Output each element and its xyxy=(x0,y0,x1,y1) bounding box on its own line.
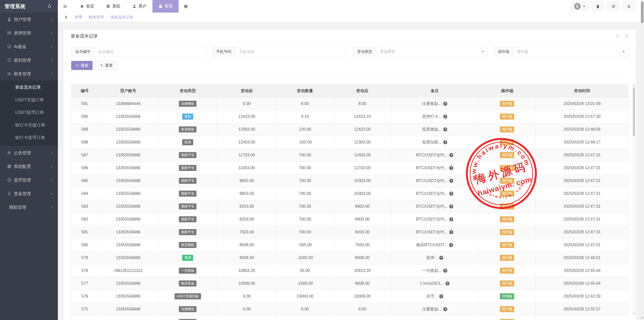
scroll-down-icon[interactable]: ▼ xyxy=(641,317,643,319)
sidebar-item-notice[interactable]: 公告管理 xyxy=(0,146,58,160)
table-scrollbar[interactable]: ▲ ▼ xyxy=(632,83,635,315)
remark-text: 投票奖励... xyxy=(422,127,441,132)
search-button-label: 搜索 xyxy=(81,63,88,68)
phone-input[interactable] xyxy=(239,49,343,54)
page-scrollbar-thumb[interactable] xyxy=(641,2,643,23)
cell-operator: 用户端 xyxy=(478,174,536,187)
brand: 管理系统 xyxy=(0,0,58,13)
tab-manage[interactable]: 管理 xyxy=(152,0,179,13)
type-badge: 注册赠送 xyxy=(179,306,196,312)
type-badge: 期权平仓 xyxy=(179,319,196,320)
chevron-down-icon xyxy=(583,6,585,8)
type-badge: 期权平仓 xyxy=(179,178,196,184)
help-icon[interactable]: ? xyxy=(439,256,443,260)
cell-operator: 用户端 xyxy=(478,149,536,162)
chevron-left-icon xyxy=(50,179,53,182)
page-title: 资金流水记录 xyxy=(71,33,98,39)
sidebar-item-ai-fund[interactable]: AI基金 xyxy=(0,40,58,53)
cell-no: 578 xyxy=(71,264,98,277)
fund-flow-table: 编号用户账号变动类型变动前变动数量变动后备注操作端变动时间 5911336666… xyxy=(71,84,628,320)
hamburger-icon xyxy=(63,4,67,9)
cell-amount: 700.00 xyxy=(276,162,334,174)
sidebar-subitem-bank-withdraw[interactable]: 银行卡提币订单 xyxy=(0,131,58,144)
user-menu-button[interactable]: E xyxy=(571,2,588,11)
tab-system[interactable]: 系统 xyxy=(100,0,126,13)
clear-cache-button[interactable] xyxy=(592,2,604,11)
help-icon[interactable]: ? xyxy=(443,102,447,106)
cell-after: 10913.20 xyxy=(334,264,391,277)
sidebar-subitem-usdt-recharge[interactable]: USDT充值订单 xyxy=(0,94,58,106)
reset-button[interactable]: 重置 xyxy=(96,61,117,70)
help-icon[interactable]: ? xyxy=(449,166,453,170)
help-icon[interactable]: ? xyxy=(449,230,453,234)
help-icon[interactable]: ? xyxy=(446,281,450,286)
open-external-button[interactable] xyxy=(607,2,619,11)
sidebar-item-options[interactable]: 期权管理 xyxy=(0,200,58,214)
cell-before: 63882.98 xyxy=(217,316,276,320)
cell-time: 2025/03/28 12:32:37 xyxy=(536,303,628,316)
help-icon[interactable]: ? xyxy=(443,115,447,119)
cell-amount: 700.00 xyxy=(276,226,334,239)
tab-home[interactable]: 首页 xyxy=(74,0,100,13)
help-icon[interactable]: ? xyxy=(449,204,453,208)
cell-time: 2025/03/28 12:48:17 xyxy=(536,136,628,149)
cell-after: 8008.00 xyxy=(334,252,391,264)
select-placeholder: 变动类型 xyxy=(380,49,395,54)
menu-list-button[interactable] xyxy=(623,2,635,11)
scroll-down-icon[interactable]: ▼ xyxy=(633,312,635,315)
cell-account: 13900000004 xyxy=(98,316,158,320)
breadcrumb-link[interactable]: 管理 xyxy=(74,15,82,20)
help-icon[interactable]: ? xyxy=(443,307,447,311)
table-scrollbar-thumb[interactable] xyxy=(633,87,635,136)
cell-no: 586 xyxy=(71,162,98,174)
help-icon[interactable]: ? xyxy=(443,269,447,273)
remark-text: 一代奖励... xyxy=(422,268,441,273)
help-icon[interactable]: ? xyxy=(449,153,453,157)
sidebar-toggle-button[interactable] xyxy=(59,0,70,13)
search-button[interactable]: 搜索 xyxy=(71,61,93,70)
sidebar-subitem-bank-recharge[interactable]: 银行卡充值订单 xyxy=(0,119,58,131)
refresh-icon[interactable] xyxy=(615,34,620,38)
sidebar-item-users[interactable]: 用户管理 xyxy=(0,13,58,26)
sidebar-item-bounty[interactable]: 赏金管理 xyxy=(0,187,58,200)
cell-remark: BTC/USDT合约...? xyxy=(391,162,478,174)
sidebar-item-finance[interactable]: 财务管理 xyxy=(0,67,58,81)
sidebar-item-pledge[interactable]: 质押管理 xyxy=(0,26,58,40)
help-icon[interactable]: ? xyxy=(449,179,453,183)
sidebar-item-currency[interactable]: 货币管理 xyxy=(0,173,58,187)
operator-select[interactable]: 操作端 xyxy=(513,47,628,56)
fullscreen-icon[interactable] xyxy=(625,34,629,38)
sidebar-subitem-fund-flow[interactable]: 资金流水记录 xyxy=(0,81,58,94)
sidebar-subitem-usdt-withdraw[interactable]: USDT提币订单 xyxy=(0,106,58,119)
cell-operator: 用户端 xyxy=(478,277,536,290)
type-badge: 期权平仓 xyxy=(179,191,196,197)
scroll-up-icon[interactable]: ▲ xyxy=(633,83,635,87)
page-scrollbar[interactable]: ▼ xyxy=(640,0,644,320)
breadcrumb-link[interactable]: 资金流水记录 xyxy=(110,15,133,20)
chevron-left-icon xyxy=(50,151,53,155)
help-icon[interactable]: ? xyxy=(439,294,443,298)
sidebar-item-signin[interactable]: 签到管理 xyxy=(0,53,58,67)
member-no-input[interactable] xyxy=(98,49,202,54)
help-icon[interactable]: ? xyxy=(449,243,453,247)
filter-label: 会员编号 xyxy=(71,47,94,56)
type-badge: 投票奖励 xyxy=(179,126,196,132)
sidebar-item-system-config[interactable]: 系统配置 xyxy=(0,160,58,173)
help-icon[interactable]: ? xyxy=(449,192,453,196)
help-icon[interactable]: ? xyxy=(443,127,447,131)
cell-type: 购买期权 xyxy=(158,239,217,252)
cell-no: 588 xyxy=(71,136,98,149)
cell-after: 8903.00 xyxy=(334,213,391,226)
remark-text: 投票扣除... xyxy=(422,140,441,145)
cell-operator: 用户端 xyxy=(478,239,536,252)
tab-user[interactable]: 用户 xyxy=(126,0,152,13)
cell-time: 2025/03/28 12:47:31 xyxy=(536,187,628,200)
help-icon[interactable]: ? xyxy=(449,217,453,221)
breadcrumb-link[interactable]: 财务管理 xyxy=(89,15,104,20)
apps-grid-button[interactable] xyxy=(179,0,193,13)
change-type-select[interactable]: 变动类型 xyxy=(376,47,488,56)
operator-badge: 用户端 xyxy=(500,229,514,235)
cell-amount: -100.00 xyxy=(276,136,334,149)
cell-amount: -505.00 xyxy=(276,239,334,252)
help-icon[interactable]: ? xyxy=(443,140,447,144)
